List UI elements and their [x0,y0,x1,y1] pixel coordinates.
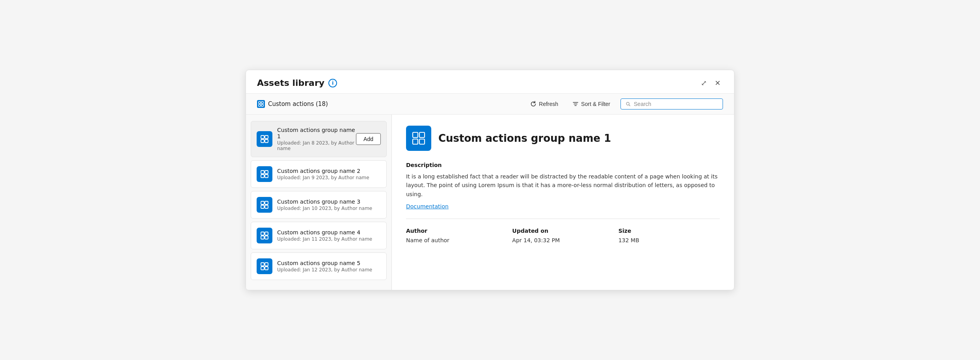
description-text: It is a long established fact that a rea… [406,172,720,199]
panel-header-controls: ⤢ ✕ [699,77,723,89]
svg-rect-6 [265,135,268,139]
list-item[interactable]: Custom actions group name 3 Uploaded: Ja… [251,191,387,219]
size-label: Size [619,228,720,234]
list-item-left: Custom actions group name 2 Uploaded: Ja… [257,166,369,182]
toolbar-left: Custom actions (18) [257,100,328,108]
list-item[interactable]: Custom actions group name 1 Uploaded: Ja… [251,121,387,157]
add-button[interactable]: Add [356,133,381,145]
detail-panel: Custom actions group name 1 Description … [392,115,734,290]
updated-label: Updated on [512,228,613,234]
list-item-left: Custom actions group name 4 Uploaded: Ja… [257,228,372,243]
list-item-left: Custom actions group name 5 Uploaded: Ja… [257,258,372,274]
assets-library-panel: Assets library i ⤢ ✕ Custom actions (18) [246,70,734,290]
updated-column: Updated on Apr 14, 03:32 PM [512,228,613,243]
svg-rect-22 [265,263,268,266]
toolbar: Custom actions (18) Refresh Sort & Filte… [246,94,734,115]
svg-rect-2 [259,104,261,106]
list-item[interactable]: Custom actions group name 5 Uploaded: Ja… [251,252,387,280]
size-value: 132 MB [619,237,720,243]
info-icon[interactable]: i [328,79,337,87]
svg-rect-27 [413,139,418,144]
svg-rect-26 [419,132,425,137]
item-name: Custom actions group name 5 [277,260,372,266]
svg-rect-17 [261,232,264,235]
list-panel: Custom actions group name 1 Uploaded: Ja… [246,115,392,290]
svg-rect-19 [261,236,264,239]
item-name: Custom actions group name 1 [277,127,356,139]
svg-rect-11 [261,174,264,178]
item-meta: Uploaded: Jan 10 2023, by Author name [277,206,372,211]
list-item-info: Custom actions group name 5 Uploaded: Ja… [277,260,372,273]
panel-body: Custom actions group name 1 Uploaded: Ja… [246,115,734,290]
list-item-info: Custom actions group name 3 Uploaded: Ja… [277,199,372,211]
svg-rect-5 [261,135,264,139]
sort-filter-button[interactable]: Sort & Filter [568,98,614,109]
list-item-info: Custom actions group name 4 Uploaded: Ja… [277,229,372,242]
detail-title: Custom actions group name 1 [438,132,611,144]
detail-header: Custom actions group name 1 [406,126,720,151]
refresh-button[interactable]: Refresh [526,98,562,109]
svg-rect-25 [413,132,418,137]
list-item[interactable]: Custom actions group name 4 Uploaded: Ja… [251,222,387,249]
item-name: Custom actions group name 4 [277,229,372,236]
meta-grid: Author Name of author Updated on Apr 14,… [406,228,720,243]
svg-rect-24 [265,267,268,270]
toolbar-section-title: Custom actions (18) [268,100,328,108]
author-label: Author [406,228,507,234]
svg-rect-28 [419,139,425,144]
toolbar-right: Refresh Sort & Filter [526,98,723,109]
item-name: Custom actions group name 3 [277,199,372,205]
asset-icon [257,197,272,213]
documentation-link[interactable]: Documentation [406,203,449,210]
list-item-left: Custom actions group name 3 Uploaded: Ja… [257,197,372,213]
svg-rect-1 [261,102,263,104]
item-meta: Uploaded: Jan 12 2023, by Author name [277,267,372,273]
svg-rect-23 [261,267,264,270]
svg-rect-20 [265,236,268,239]
custom-actions-toolbar-icon [257,100,265,108]
asset-icon [257,166,272,182]
panel-title: Assets library [257,78,324,88]
asset-icon [257,258,272,274]
asset-icon [257,131,272,147]
refresh-icon [530,101,537,107]
search-box[interactable] [620,98,723,109]
author-column: Author Name of author [406,228,507,243]
svg-rect-7 [261,139,264,143]
list-item-left: Custom actions group name 1 Uploaded: Ja… [257,127,356,151]
panel-title-area: Assets library i [257,78,337,88]
svg-rect-10 [265,171,268,174]
svg-rect-18 [265,232,268,235]
svg-rect-16 [265,205,268,208]
asset-icon [257,228,272,243]
item-meta: Uploaded: Jan 9 2023, by Author name [277,175,369,180]
list-item[interactable]: Custom actions group name 2 Uploaded: Ja… [251,160,387,188]
panel-header: Assets library i ⤢ ✕ [246,70,734,94]
svg-rect-15 [261,205,264,208]
search-icon [626,101,631,107]
svg-rect-8 [265,139,268,143]
svg-rect-12 [265,174,268,178]
svg-rect-13 [261,201,264,204]
close-icon[interactable]: ✕ [712,77,723,89]
detail-asset-icon [406,126,431,151]
divider [406,219,720,219]
item-meta: Uploaded: Jan 8 2023, by Author name [277,140,356,151]
svg-rect-9 [261,171,264,174]
item-name: Custom actions group name 2 [277,168,369,174]
description-label: Description [406,162,720,168]
item-meta: Uploaded: Jan 11 2023, by Author name [277,236,372,242]
expand-icon[interactable]: ⤢ [699,77,709,89]
search-input[interactable] [634,101,718,107]
svg-rect-0 [259,102,261,104]
updated-value: Apr 14, 03:32 PM [512,237,613,243]
author-value: Name of author [406,237,507,243]
list-item-info: Custom actions group name 1 Uploaded: Ja… [277,127,356,151]
svg-rect-3 [261,104,263,106]
svg-rect-21 [261,263,264,266]
filter-icon [572,101,579,107]
size-column: Size 132 MB [619,228,720,243]
list-item-info: Custom actions group name 2 Uploaded: Ja… [277,168,369,180]
svg-rect-14 [265,201,268,204]
